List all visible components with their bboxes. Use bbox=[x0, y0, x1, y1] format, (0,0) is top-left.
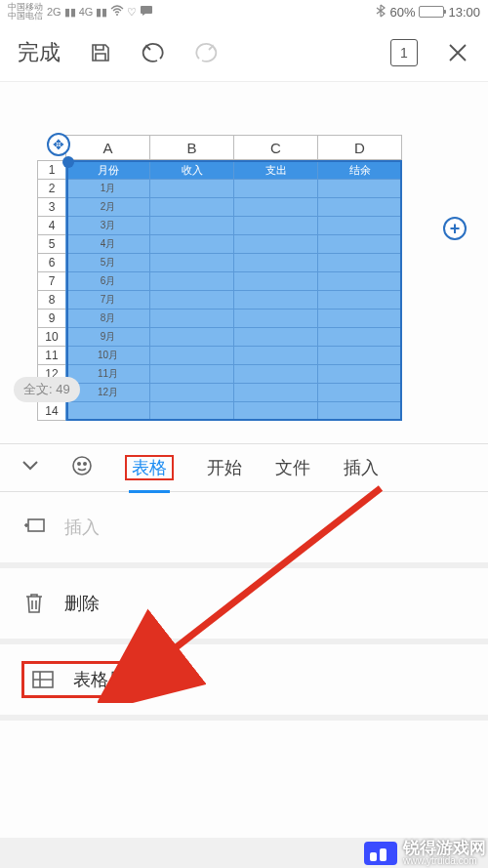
row-head[interactable]: 8 bbox=[37, 290, 66, 310]
close-button[interactable] bbox=[445, 40, 470, 65]
signal-icon-2: ▮▮ bbox=[96, 6, 107, 19]
menu-insert[interactable]: 插入 bbox=[0, 492, 488, 562]
svg-point-0 bbox=[116, 14, 118, 16]
table-row: 8月 bbox=[66, 309, 402, 328]
row-head[interactable]: 3 bbox=[37, 197, 66, 217]
watermark-logo-icon bbox=[364, 842, 397, 865]
watermark: 锐得游戏网 www.ytruida.com bbox=[364, 840, 486, 866]
redo-button[interactable] bbox=[193, 40, 219, 65]
table-header-row: 月份 收入 支出 结余 bbox=[66, 160, 402, 180]
table-row: 6月 bbox=[66, 271, 402, 291]
th-balance[interactable]: 结余 bbox=[317, 160, 402, 180]
insert-icon bbox=[21, 515, 47, 540]
heart-icon: ♡ bbox=[127, 6, 137, 19]
th-expense[interactable]: 支出 bbox=[233, 160, 318, 180]
table-body[interactable]: 月份 收入 支出 结余 1月 2月 3月 4月 5月 6月 7月 8月 9月 1… bbox=[66, 160, 402, 421]
row-head[interactable]: 9 bbox=[37, 309, 66, 328]
message-icon bbox=[140, 5, 153, 19]
bluetooth-icon bbox=[376, 4, 386, 21]
assistant-icon[interactable] bbox=[70, 454, 94, 481]
battery-percent: 60% bbox=[389, 5, 415, 20]
watermark-url: www.ytruida.com bbox=[403, 856, 486, 866]
svg-rect-4 bbox=[28, 519, 44, 531]
selection-corner-icon[interactable] bbox=[62, 156, 74, 168]
tab-file[interactable]: 文件 bbox=[273, 452, 312, 483]
status-right: 60% 13:00 bbox=[376, 4, 480, 21]
row-head[interactable]: 10 bbox=[37, 327, 66, 347]
svg-point-2 bbox=[78, 463, 80, 465]
watermark-title: 锐得游戏网 bbox=[403, 840, 486, 856]
table-row: 5月 bbox=[66, 253, 402, 272]
menu-label: 表格属性 bbox=[73, 668, 143, 691]
status-signal-icons: 2G ▮▮ 4G ▮▮ ♡ bbox=[47, 5, 153, 19]
clock: 13:00 bbox=[448, 5, 480, 20]
menu-table-properties[interactable]: 表格属性 bbox=[0, 644, 488, 715]
table-row: 2月 bbox=[66, 197, 402, 217]
save-button[interactable] bbox=[88, 40, 113, 65]
tab-insert[interactable]: 插入 bbox=[342, 452, 381, 483]
table-props-icon bbox=[30, 667, 56, 692]
wifi-icon bbox=[110, 5, 124, 19]
page-count-badge[interactable]: 1 bbox=[390, 39, 418, 66]
table-row bbox=[66, 401, 402, 421]
move-handle-icon[interactable]: ✥ bbox=[47, 133, 70, 156]
panel-tab-bar: 表格 开始 文件 插入 bbox=[0, 443, 488, 492]
net-badge-4g: 4G bbox=[79, 6, 94, 18]
col-head-a[interactable]: A bbox=[65, 135, 150, 160]
table-row: 7月 bbox=[66, 290, 402, 310]
svg-point-1 bbox=[73, 457, 91, 475]
carrier-2: 中国电信 bbox=[8, 12, 43, 21]
table-row: 1月 bbox=[66, 179, 402, 198]
row-head[interactable]: 14 bbox=[37, 401, 66, 421]
net-badge-2g: 2G bbox=[47, 6, 61, 18]
col-head-d[interactable]: D bbox=[317, 135, 402, 160]
highlight-annotation: 表格属性 bbox=[21, 661, 152, 698]
editor-toolbar: 完成 1 bbox=[0, 23, 488, 82]
menu-delete[interactable]: 删除 bbox=[0, 568, 488, 639]
svg-point-3 bbox=[84, 463, 86, 465]
column-headers: A B C D bbox=[66, 135, 488, 160]
signal-icon-1: ▮▮ bbox=[64, 6, 76, 19]
add-column-handle[interactable]: + bbox=[443, 217, 467, 240]
row-head[interactable]: 2 bbox=[37, 179, 66, 198]
carrier-labels: 中国移动 中国电信 bbox=[8, 3, 43, 21]
row-head[interactable]: 6 bbox=[37, 253, 66, 272]
row-head[interactable]: 4 bbox=[37, 216, 66, 235]
table-row: 12月 bbox=[66, 383, 402, 402]
collapse-panel-button[interactable] bbox=[20, 455, 41, 480]
table-row: 10月 bbox=[66, 346, 402, 365]
table-row: 3月 bbox=[66, 216, 402, 235]
menu-label: 删除 bbox=[64, 592, 100, 615]
th-income[interactable]: 收入 bbox=[149, 160, 234, 180]
row-head[interactable]: 5 bbox=[37, 234, 66, 254]
table-menu: 插入 删除 表格属性 bbox=[0, 492, 488, 838]
tab-table[interactable]: 表格 bbox=[123, 452, 176, 483]
col-head-c[interactable]: C bbox=[233, 135, 318, 160]
battery-icon bbox=[419, 6, 444, 18]
row-head[interactable]: 11 bbox=[37, 346, 66, 365]
th-month[interactable]: 月份 bbox=[65, 160, 150, 180]
table-row: 4月 bbox=[66, 234, 402, 254]
done-button[interactable]: 完成 bbox=[18, 38, 61, 67]
col-head-b[interactable]: B bbox=[149, 135, 234, 160]
document-canvas[interactable]: ✥ + A B C D 1 2 3 4 5 6 7 8 9 10 11 12 1… bbox=[0, 82, 488, 443]
undo-button[interactable] bbox=[141, 40, 166, 65]
row-head[interactable]: 7 bbox=[37, 271, 66, 291]
word-count-badge: 全文: 49 bbox=[14, 377, 80, 402]
status-bar: 中国移动 中国电信 2G ▮▮ 4G ▮▮ ♡ 60% 13:00 bbox=[0, 0, 488, 23]
menu-label: 插入 bbox=[64, 516, 100, 539]
trash-icon bbox=[21, 591, 47, 616]
highlight-annotation: 表格 bbox=[125, 455, 174, 480]
tab-start[interactable]: 开始 bbox=[205, 452, 244, 483]
table-row: 11月 bbox=[66, 364, 402, 384]
table-row: 9月 bbox=[66, 327, 402, 347]
